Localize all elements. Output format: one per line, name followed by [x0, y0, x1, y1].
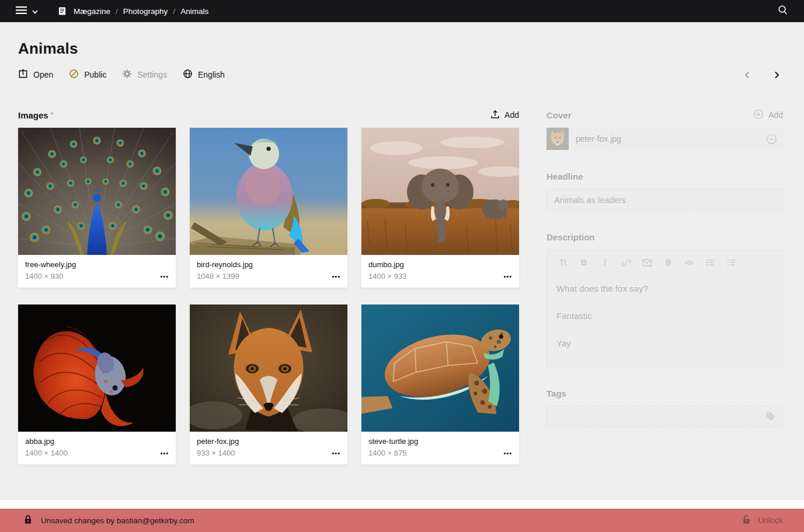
card-caption: bird-reynolds.jpg 1048 × 1399 •••: [190, 255, 347, 288]
headline-input: Animals as leaders: [547, 189, 783, 211]
page-option-bar: Open Public Settings English: [18, 68, 783, 82]
card-filename: peter-fox.jpg: [197, 436, 340, 447]
tags-field: Tags: [547, 387, 783, 428]
code-icon: </>: [678, 259, 699, 266]
image-card-free-wheely[interactable]: free-wheely.jpg 1400 × 930 •••: [18, 128, 176, 288]
content-footer-gap: [0, 500, 804, 509]
card-dimensions: 1400 × 930: [25, 271, 169, 282]
open-preview-icon: [18, 69, 28, 80]
chevron-down-icon: [32, 6, 38, 16]
cover-file-row: peter-fox.jpg: [547, 128, 783, 150]
description-paragraph: Yay: [556, 338, 773, 349]
cover-field: Cover Add peter-fox.jpg: [547, 108, 783, 150]
card-options-button[interactable]: •••: [160, 450, 169, 457]
card-options-button[interactable]: •••: [503, 273, 512, 280]
lock-message-text: Unsaved changes by bastian@getkirby.com: [41, 516, 194, 525]
card-options-button[interactable]: •••: [160, 273, 169, 280]
fox-photo[interactable]: [190, 304, 347, 432]
breadcrumb-separator: /: [116, 7, 118, 16]
prev-page-button: [741, 69, 753, 81]
page-fields-sidebar: Cover Add peter-fox.jpg: [547, 108, 783, 464]
plus-circle-icon: [753, 109, 764, 121]
images-section: Images * Add: [18, 108, 519, 464]
search-button[interactable]: [777, 5, 788, 18]
card-options-button[interactable]: •••: [332, 273, 340, 280]
betta-fish-photo[interactable]: [18, 304, 176, 432]
card-filename: free-wheely.jpg: [25, 260, 169, 270]
card-dimensions: 1400 × 1400: [25, 448, 169, 459]
page-doc-icon: [58, 6, 67, 16]
topbar: Mægazine / Photography / Animals: [0, 0, 804, 22]
breadcrumb-item-photography[interactable]: Photography: [123, 7, 168, 16]
public-status-icon: [69, 69, 79, 80]
gear-icon: [122, 69, 132, 80]
bullet-list-icon: [699, 258, 721, 267]
add-image-button[interactable]: Add: [490, 110, 519, 121]
headline-field: Headline Animals as leaders: [547, 170, 783, 211]
page-animals: Animals Open Public Settings English: [0, 22, 804, 500]
cover-label: Cover: [547, 110, 572, 120]
breadcrumb-separator: /: [173, 7, 175, 16]
upload-icon: [490, 110, 500, 121]
lock-icon: [24, 514, 32, 526]
card-caption: abba.jpg 1400 × 1400 •••: [18, 432, 176, 464]
description-text: What does the fox say? Fantastic Yay: [547, 275, 782, 366]
card-dimensions: 1400 × 875: [368, 448, 512, 459]
unlock-button[interactable]: Unlock: [742, 514, 783, 526]
card-caption: free-wheely.jpg 1400 × 930 •••: [18, 255, 176, 288]
language-label: English: [198, 70, 225, 79]
cover-thumbnail-fox: [547, 128, 569, 150]
card-options-button[interactable]: •••: [332, 450, 340, 457]
description-paragraph: What does the fox say?: [556, 283, 773, 295]
tags-input: [547, 406, 783, 428]
roller-bird-photo[interactable]: [190, 128, 347, 255]
unlock-icon: [742, 514, 751, 526]
breadcrumb-item-magazine[interactable]: Mægazine: [74, 7, 110, 16]
image-card-grid: free-wheely.jpg 1400 × 930 •••: [18, 128, 519, 464]
card-options-button[interactable]: •••: [503, 450, 512, 457]
globe-icon: [183, 69, 193, 80]
card-dimensions: 933 × 1400: [197, 448, 340, 459]
cover-add-label: Add: [768, 110, 783, 120]
public-status-button[interactable]: Public: [69, 69, 106, 80]
image-card-abba[interactable]: abba.jpg 1400 × 1400 •••: [18, 304, 176, 464]
settings-label: Settings: [137, 70, 167, 79]
image-card-steve-turtle[interactable]: steve-turtle.jpg 1400 × 875 •••: [361, 304, 519, 464]
card-caption: dumbo.jpg 1400 × 933 •••: [361, 255, 519, 288]
breadcrumb: Mægazine / Photography / Animals: [58, 6, 208, 16]
main-menu-button[interactable]: [16, 6, 38, 16]
lock-bar: Unsaved changes by bastian@getkirby.com …: [0, 509, 804, 532]
sibling-pager: [741, 69, 783, 81]
description-editor: Tt B I </>: [547, 250, 783, 367]
card-filename: dumbo.jpg: [368, 260, 512, 270]
description-label: Description: [547, 232, 595, 242]
add-image-label: Add: [504, 110, 519, 120]
public-label: Public: [84, 70, 106, 79]
headline-label: Headline: [547, 172, 583, 181]
card-dimensions: 1400 × 933: [368, 271, 512, 282]
turtle-photo[interactable]: [361, 304, 519, 432]
images-section-label: Images: [18, 110, 48, 120]
card-caption: peter-fox.jpg 933 × 1400 •••: [190, 432, 347, 464]
link-icon: [615, 258, 636, 267]
peacock-photo[interactable]: [18, 128, 176, 255]
settings-button: Settings: [122, 69, 167, 80]
language-button[interactable]: English: [183, 69, 225, 80]
headline-value: Animals as leaders: [554, 195, 626, 205]
open-button[interactable]: Open: [18, 69, 53, 80]
unlock-label: Unlock: [758, 516, 783, 525]
elephant-photo[interactable]: [361, 128, 519, 255]
tags-label: Tags: [547, 388, 566, 398]
image-card-peter-fox[interactable]: peter-fox.jpg 933 × 1400 •••: [190, 304, 347, 464]
breadcrumb-item-animals[interactable]: Animals: [180, 7, 208, 16]
next-page-button[interactable]: [771, 69, 783, 81]
description-paragraph: Fantastic: [556, 310, 773, 322]
lock-message: Unsaved changes by bastian@getkirby.com: [24, 514, 194, 526]
tag-icon: [765, 411, 775, 423]
headings-icon: Tt: [552, 258, 573, 267]
hamburger-icon: [16, 6, 27, 16]
card-filename: steve-turtle.jpg: [368, 436, 512, 447]
image-card-bird-reynolds[interactable]: bird-reynolds.jpg 1048 × 1399 •••: [190, 128, 347, 288]
card-filename: abba.jpg: [25, 436, 169, 447]
image-card-dumbo[interactable]: dumbo.jpg 1400 × 933 •••: [361, 128, 519, 288]
